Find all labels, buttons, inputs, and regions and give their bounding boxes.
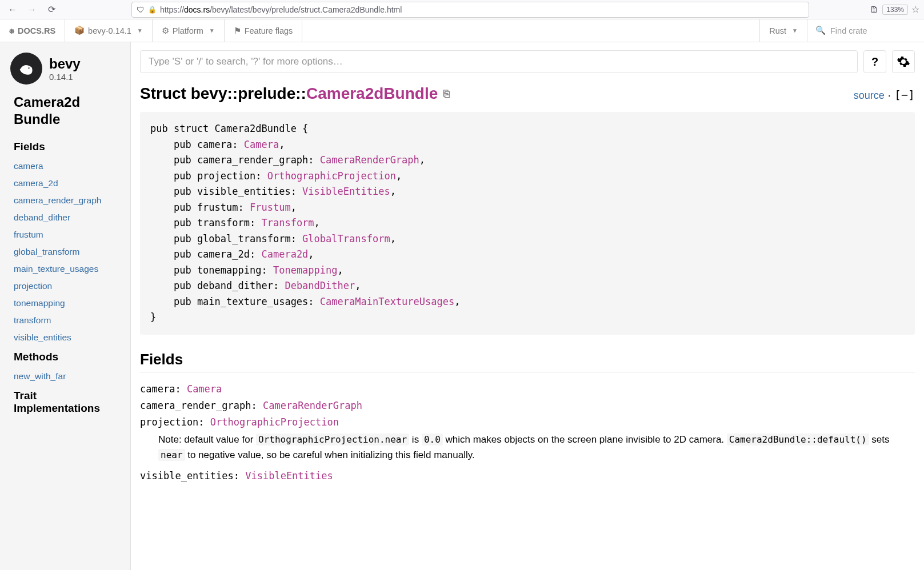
search-input[interactable] (140, 50, 858, 73)
sidebar-field-link[interactable]: transform (0, 312, 130, 329)
field-name: visible_entities: (140, 470, 245, 481)
sidebar: bevy 0.14.1 Camera2d Bundle Fields camer… (0, 42, 131, 570)
shield-icon: 🛡 (137, 5, 145, 14)
reader-mode-icon[interactable]: 🗎 (870, 5, 879, 15)
field-item: projection: OrthographicProjection (140, 415, 915, 430)
heading-separator: · (888, 90, 891, 102)
lock-icon: 🔒 (148, 6, 157, 14)
sidebar-methods-list: new_with_far (0, 368, 130, 385)
rust-menu-label: Rust (769, 26, 786, 35)
type-link[interactable]: CameraRenderGraph (263, 400, 362, 411)
feature-flags-link[interactable]: ⚑ Feature flags (225, 19, 303, 42)
sidebar-field-link[interactable]: deband_dither (0, 209, 130, 226)
docsrs-home-link[interactable]: ⎈ DOCS.RS (0, 19, 65, 42)
cube-icon: 📦 (74, 26, 85, 35)
field-item: camera: Camera (140, 382, 915, 397)
search-icon: 🔍 (815, 26, 826, 35)
feature-flags-label: Feature flags (245, 26, 293, 35)
bevy-logo-icon (10, 53, 42, 85)
sidebar-field-link[interactable]: main_texture_usages (0, 260, 130, 278)
source-link[interactable]: source (854, 90, 885, 102)
content: ? Struct bevy::prelude::Camera2dBundle ⎘… (131, 42, 924, 570)
cubes-icon: ⎈ (9, 26, 14, 35)
type-link[interactable]: Camera (244, 139, 279, 150)
field-name: camera_render_graph: (140, 400, 263, 411)
field-item: visible_entities: VisibleEntities (140, 468, 915, 484)
sidebar-traits-heading: Trait Implementations (0, 385, 130, 419)
back-button[interactable]: ← (5, 2, 21, 18)
collapse-toggle[interactable]: [−] (894, 88, 915, 102)
struct-declaration: pub struct Camera2dBundle { pub camera: … (140, 112, 915, 335)
settings-button[interactable] (892, 50, 915, 73)
sidebar-location: Camera2d Bundle (0, 94, 130, 136)
bookmark-star-icon[interactable]: ☆ (911, 4, 919, 15)
type-link[interactable]: CameraMainTextureUsages (320, 296, 454, 307)
crate-version: 0.14.1 (49, 72, 81, 82)
type-link[interactable]: CameraRenderGraph (320, 154, 419, 166)
type-link[interactable]: Frustum (250, 202, 291, 213)
sidebar-fields-list: cameracamera_2dcamera_render_graphdeband… (0, 158, 130, 346)
sidebar-field-link[interactable]: visible_entities (0, 329, 130, 346)
type-link[interactable]: OrthographicProjection (267, 170, 396, 182)
field-name: projection: (140, 416, 210, 428)
type-link[interactable]: Transform (261, 217, 314, 228)
type-link[interactable]: VisibleEntities (302, 186, 390, 197)
type-link[interactable]: OrthographicProjection (210, 416, 339, 428)
url-text: https://docs.rs/bevy/latest/bevy/prelude… (160, 5, 804, 14)
main-heading: Struct bevy::prelude::Camera2dBundle ⎘ s… (140, 85, 915, 103)
gears-icon: ⚙ (162, 26, 169, 35)
url-bar[interactable]: 🛡 🔒 https://docs.rs/bevy/latest/bevy/pre… (131, 2, 809, 18)
sidebar-fields-heading: Fields (0, 136, 130, 158)
sidebar-method-link[interactable]: new_with_far (0, 368, 130, 385)
sidebar-field-link[interactable]: camera_2d (0, 175, 130, 192)
chevron-down-icon: ▼ (137, 27, 143, 34)
type-link[interactable]: VisibleEntities (245, 470, 333, 481)
chevron-down-icon: ▼ (792, 27, 798, 34)
sidebar-field-link[interactable]: projection (0, 278, 130, 295)
platform-menu[interactable]: ⚙ Platform ▼ (153, 19, 225, 42)
type-link[interactable]: Camera2d (261, 248, 308, 260)
crate-menu-label: bevy-0.14.1 (88, 26, 131, 35)
sidebar-field-link[interactable]: frustum (0, 226, 130, 243)
docsrs-home-label: DOCS.RS (18, 26, 55, 35)
browser-chrome: ← → ⟳ 🛡 🔒 https://docs.rs/bevy/latest/be… (0, 0, 924, 19)
crate-search-input[interactable] (830, 26, 916, 35)
reload-button[interactable]: ⟳ (43, 2, 59, 18)
sidebar-field-link[interactable]: tonemapping (0, 295, 130, 312)
fields-section-heading: Fields (140, 351, 915, 372)
type-link[interactable]: Tonemapping (273, 264, 338, 276)
platform-menu-label: Platform (173, 26, 203, 35)
docsrs-nav: ⎈ DOCS.RS 📦 bevy-0.14.1 ▼ ⚙ Platform ▼ ⚑… (0, 19, 924, 42)
crate-path-link[interactable]: bevy::prelude:: (191, 85, 306, 102)
sidebar-field-link[interactable]: camera (0, 158, 130, 175)
rust-menu[interactable]: Rust ▼ (760, 19, 807, 42)
type-link[interactable]: Camera (187, 383, 222, 395)
zoom-badge[interactable]: 133% (882, 5, 908, 15)
type-link[interactable]: DebandDither (285, 280, 355, 291)
forward-button[interactable]: → (24, 2, 40, 18)
help-button[interactable]: ? (863, 50, 886, 73)
gear-icon (897, 55, 910, 69)
sidebar-field-link[interactable]: global_transform (0, 243, 130, 260)
crate-name: bevy (49, 56, 81, 72)
field-item: camera_render_graph: CameraRenderGraph (140, 398, 915, 414)
field-note: Note: default value for OrthographicProj… (158, 432, 915, 463)
type-link[interactable]: GlobalTransform (302, 233, 390, 244)
crate-menu[interactable]: 📦 bevy-0.14.1 ▼ (65, 19, 153, 42)
heading-text: Struct bevy::prelude::Camera2dBundle (140, 85, 438, 103)
sidebar-field-link[interactable]: camera_render_graph (0, 192, 130, 209)
crate-search[interactable]: 🔍 (807, 19, 924, 42)
copy-path-icon[interactable]: ⎘ (443, 88, 450, 100)
flag-icon: ⚑ (234, 26, 241, 35)
svg-point-0 (28, 67, 29, 69)
sidebar-methods-heading: Methods (0, 346, 130, 368)
chevron-down-icon: ▼ (209, 27, 215, 34)
field-name: camera: (140, 383, 187, 395)
crate-logo-block[interactable]: bevy 0.14.1 (0, 48, 130, 94)
